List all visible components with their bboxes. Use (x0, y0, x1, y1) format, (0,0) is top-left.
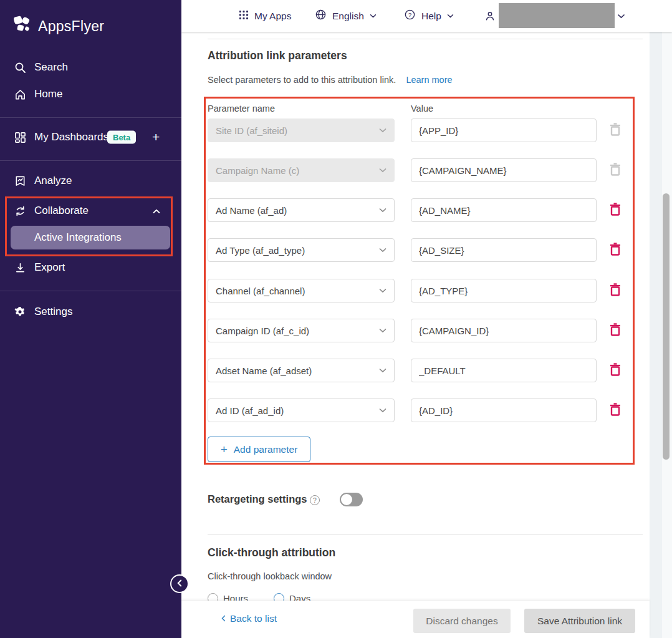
analyze-icon (14, 175, 26, 187)
param-name-label: Channel (af_channel) (216, 286, 305, 296)
param-name-dropdown[interactable]: Adset Name (af_adset) (208, 359, 395, 382)
back-to-list-link[interactable]: Back to list (221, 613, 277, 624)
toggle-knob (341, 494, 352, 505)
trash-icon (609, 402, 622, 418)
lookback-window-label: Click-through lookback window (208, 571, 332, 581)
param-name-dropdown[interactable]: Ad ID (af_ad_id) (208, 399, 395, 422)
appsflyer-logo[interactable]: AppsFlyer (11, 14, 104, 39)
column-header-value: Value (411, 104, 433, 114)
apps-grid-icon (239, 10, 249, 22)
section-divider (208, 39, 643, 39)
footer-bar: Back to list Discard changes Save Attrib… (181, 601, 650, 638)
param-name-label: Ad Type (af_ad_type) (216, 245, 305, 256)
dashboards-icon (14, 131, 26, 143)
sidebar-collapse-button[interactable] (170, 574, 189, 593)
chevron-down-icon (447, 14, 454, 18)
param-name-label: Campaign ID (af_c_id) (216, 326, 309, 336)
trash-icon (609, 162, 622, 178)
delete-parameter-button[interactable] (608, 242, 623, 258)
save-attribution-link-button[interactable]: Save Attribution link (524, 609, 635, 633)
sidebar-item-export[interactable]: Export (0, 259, 181, 276)
trash-icon (609, 202, 622, 218)
chevron-left-icon (221, 613, 226, 624)
svg-text:?: ? (408, 11, 412, 18)
sidebar-item-search[interactable]: Search (0, 59, 181, 75)
appsflyer-logo-icon (11, 14, 34, 39)
scrollbar-thumb[interactable] (663, 193, 670, 460)
param-name-dropdown[interactable]: Channel (af_channel) (208, 279, 395, 302)
param-value-input[interactable] (411, 399, 597, 422)
param-name-dropdown[interactable]: Ad Name (af_ad) (208, 198, 395, 222)
collaborate-icon (14, 205, 26, 217)
export-icon (14, 261, 26, 274)
delete-parameter-button[interactable] (608, 322, 623, 339)
add-parameter-label: Add parameter (234, 444, 298, 455)
appsflyer-logo-text: AppsFlyer (38, 18, 104, 35)
param-value-input[interactable] (411, 359, 597, 382)
help-label: Help (421, 11, 441, 22)
param-name-label: Ad ID (af_ad_id) (216, 405, 284, 416)
sidebar-item-collaborate[interactable]: Collaborate (0, 203, 181, 219)
sidebar-item-label: Collaborate (34, 205, 89, 217)
param-name-label: Campaign Name (c) (216, 165, 299, 176)
appsflyer-app: AppsFlyer Search Home (0, 0, 672, 638)
delete-parameter-button[interactable] (608, 202, 623, 218)
language-selector[interactable]: English (315, 0, 377, 32)
retargeting-toggle[interactable] (340, 493, 363, 506)
sidebar-item-my-dashboards[interactable]: My Dashboards Beta + (0, 129, 181, 145)
sidebar-item-active-integrations[interactable]: Active Integrations (11, 226, 170, 249)
param-value-input[interactable] (411, 158, 597, 182)
attribution-params-title: Attribution link parameters (208, 49, 347, 62)
sidebar-item-label: Export (34, 261, 65, 274)
chevron-down-icon (617, 14, 625, 19)
chevron-down-icon (379, 408, 386, 413)
sidebar-item-label: My Dashboards (34, 131, 108, 143)
delete-parameter-button[interactable] (608, 402, 623, 418)
add-parameter-button[interactable]: + Add parameter (208, 437, 310, 462)
sidebar-divider (0, 160, 181, 161)
param-value-input[interactable] (411, 279, 597, 302)
account-menu-button[interactable] (617, 0, 625, 32)
chevron-down-icon (379, 208, 386, 213)
chevron-down-icon (379, 328, 386, 333)
home-icon (14, 88, 26, 100)
chevron-down-icon (370, 14, 377, 18)
param-value-input[interactable] (411, 198, 597, 222)
param-name-dropdown[interactable]: Campaign ID (af_c_id) (208, 319, 395, 342)
question-mark-icon[interactable]: ? (310, 495, 320, 505)
param-name-label: Adset Name (af_adset) (216, 365, 312, 376)
param-value-input[interactable] (411, 238, 597, 262)
my-apps-button[interactable]: My Apps (239, 0, 291, 32)
sidebar-item-label: Analyze (34, 175, 72, 187)
param-value-input[interactable] (411, 319, 597, 342)
delete-parameter-button[interactable] (608, 283, 623, 299)
sidebar-item-settings[interactable]: Settings (0, 304, 181, 320)
param-name-dropdown[interactable]: Site ID (af_siteid) (208, 118, 395, 142)
search-icon (14, 61, 26, 74)
help-menu[interactable]: ? Help (404, 0, 454, 32)
add-dashboard-button[interactable]: + (152, 130, 160, 145)
sidebar: AppsFlyer Search Home (0, 0, 181, 638)
beta-badge: Beta (107, 131, 136, 144)
learn-more-link[interactable]: Learn more (406, 75, 452, 85)
param-name-dropdown[interactable]: Campaign Name (c) (208, 158, 395, 182)
sidebar-divider (0, 291, 181, 291)
sidebar-item-home[interactable]: Home (0, 86, 181, 102)
column-header-parameter-name: Parameter name (208, 104, 275, 114)
chevron-down-icon (379, 128, 386, 133)
param-name-dropdown[interactable]: Ad Type (af_ad_type) (208, 238, 395, 262)
param-value-input[interactable] (411, 118, 597, 142)
trash-icon (609, 122, 622, 138)
chevron-down-icon (379, 168, 386, 173)
sidebar-item-analyze[interactable]: Analyze (0, 173, 181, 189)
chevron-left-icon (177, 578, 182, 589)
user-icon (484, 0, 496, 32)
plus-icon: + (221, 443, 228, 455)
delete-parameter-button[interactable] (608, 362, 623, 379)
my-apps-label: My Apps (254, 11, 291, 22)
subtitle-text: Select parameters to add to this attribu… (208, 75, 396, 85)
trash-icon (609, 283, 622, 299)
sidebar-item-label: Search (34, 61, 68, 74)
chevron-down-icon (379, 288, 386, 293)
discard-changes-button[interactable]: Discard changes (413, 609, 511, 633)
